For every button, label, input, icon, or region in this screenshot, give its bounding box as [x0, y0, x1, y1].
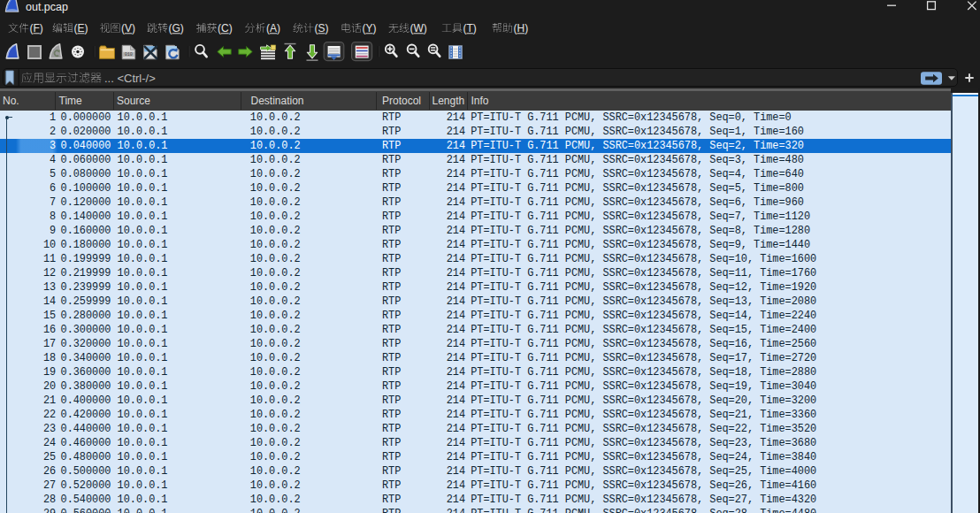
svg-text:(E): (E): [74, 22, 88, 34]
svg-text:... <Ctrl-/>: ... <Ctrl-/>: [104, 72, 156, 85]
svg-text:(G): (G): [169, 22, 184, 34]
svg-text:(F): (F): [30, 22, 43, 34]
svg-text:(C): (C): [218, 22, 233, 34]
svg-text:out.pcap: out.pcap: [26, 1, 68, 13]
svg-text:(V): (V): [121, 22, 135, 34]
svg-text:(W): (W): [410, 22, 427, 34]
svg-text:(A): (A): [266, 22, 280, 34]
svg-text:(H): (H): [514, 22, 529, 34]
svg-text:(Y): (Y): [363, 22, 377, 34]
svg-text:010: 010: [125, 52, 133, 57]
svg-text:(T): (T): [463, 22, 477, 34]
svg-text:(S): (S): [315, 22, 329, 34]
